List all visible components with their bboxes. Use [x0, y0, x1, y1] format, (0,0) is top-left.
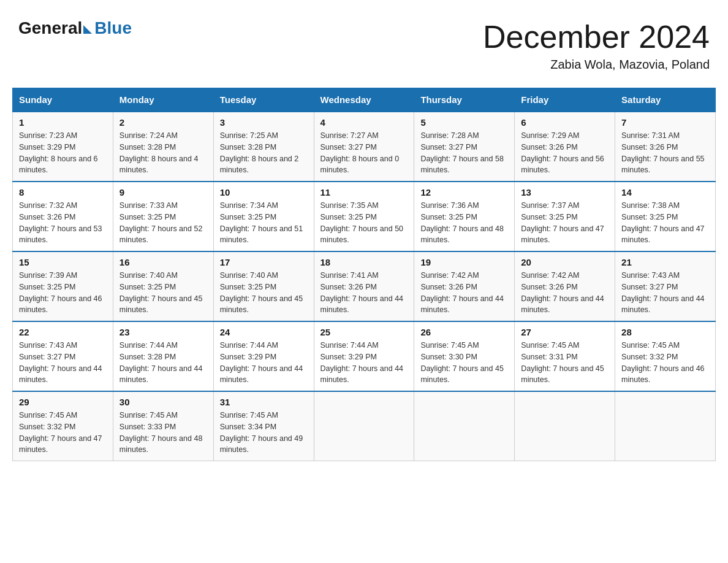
calendar-day-cell: 27 Sunrise: 7:45 AM Sunset: 3:31 PM Dayl…	[515, 321, 615, 391]
calendar-day-cell	[414, 391, 515, 461]
calendar-week-row: 1 Sunrise: 7:23 AM Sunset: 3:29 PM Dayli…	[13, 112, 716, 182]
title-section: December 2024 Zabia Wola, Mazovia, Polan…	[483, 18, 710, 72]
calendar-week-row: 29 Sunrise: 7:45 AM Sunset: 3:32 PM Dayl…	[13, 391, 716, 461]
calendar-day-cell: 24 Sunrise: 7:44 AM Sunset: 3:29 PM Dayl…	[213, 321, 314, 391]
page-header: General Blue December 2024 Zabia Wola, M…	[12, 12, 716, 78]
day-number: 3	[220, 117, 308, 128]
day-number: 2	[119, 117, 207, 128]
logo-arrow-icon	[83, 25, 92, 34]
day-info: Sunrise: 7:28 AM Sunset: 3:27 PM Dayligh…	[420, 130, 508, 176]
day-info: Sunrise: 7:45 AM Sunset: 3:31 PM Dayligh…	[521, 340, 609, 386]
calendar-day-cell: 25 Sunrise: 7:44 AM Sunset: 3:29 PM Dayl…	[314, 321, 414, 391]
day-info: Sunrise: 7:40 AM Sunset: 3:25 PM Dayligh…	[220, 270, 308, 316]
weekday-header: Friday	[515, 88, 615, 112]
day-number: 28	[621, 327, 709, 337]
calendar-week-row: 15 Sunrise: 7:39 AM Sunset: 3:25 PM Dayl…	[13, 251, 716, 321]
day-info: Sunrise: 7:29 AM Sunset: 3:26 PM Dayligh…	[521, 130, 609, 176]
weekday-header-row: SundayMondayTuesdayWednesdayThursdayFrid…	[13, 88, 716, 112]
day-number: 27	[521, 327, 609, 337]
location-text: Zabia Wola, Mazovia, Poland	[483, 58, 710, 72]
calendar-day-cell: 5 Sunrise: 7:28 AM Sunset: 3:27 PM Dayli…	[414, 112, 515, 182]
day-info: Sunrise: 7:40 AM Sunset: 3:25 PM Dayligh…	[119, 270, 207, 316]
day-info: Sunrise: 7:43 AM Sunset: 3:27 PM Dayligh…	[621, 270, 709, 316]
day-info: Sunrise: 7:35 AM Sunset: 3:25 PM Dayligh…	[320, 200, 408, 246]
calendar-day-cell: 28 Sunrise: 7:45 AM Sunset: 3:32 PM Dayl…	[615, 321, 716, 391]
day-number: 26	[420, 327, 508, 337]
day-info: Sunrise: 7:33 AM Sunset: 3:25 PM Dayligh…	[119, 200, 207, 246]
day-info: Sunrise: 7:42 AM Sunset: 3:26 PM Dayligh…	[420, 270, 508, 316]
month-title: December 2024	[483, 18, 710, 55]
calendar-day-cell: 10 Sunrise: 7:34 AM Sunset: 3:25 PM Dayl…	[213, 182, 314, 251]
calendar-day-cell: 2 Sunrise: 7:24 AM Sunset: 3:28 PM Dayli…	[113, 112, 213, 182]
day-info: Sunrise: 7:37 AM Sunset: 3:25 PM Dayligh…	[521, 200, 609, 246]
calendar-day-cell	[615, 391, 716, 461]
day-number: 8	[19, 187, 107, 197]
day-info: Sunrise: 7:45 AM Sunset: 3:32 PM Dayligh…	[19, 410, 107, 456]
day-number: 10	[220, 187, 308, 197]
logo-blue-text: Blue	[94, 18, 132, 38]
calendar-day-cell: 21 Sunrise: 7:43 AM Sunset: 3:27 PM Dayl…	[615, 251, 716, 321]
calendar-day-cell: 1 Sunrise: 7:23 AM Sunset: 3:29 PM Dayli…	[13, 112, 113, 182]
day-number: 7	[621, 117, 709, 128]
weekday-header: Tuesday	[213, 88, 314, 112]
calendar-day-cell: 6 Sunrise: 7:29 AM Sunset: 3:26 PM Dayli…	[515, 112, 615, 182]
weekday-header: Sunday	[13, 88, 113, 112]
day-number: 21	[621, 257, 709, 267]
day-number: 13	[521, 187, 609, 197]
calendar-day-cell	[314, 391, 414, 461]
day-info: Sunrise: 7:45 AM Sunset: 3:34 PM Dayligh…	[220, 410, 308, 456]
calendar-day-cell: 19 Sunrise: 7:42 AM Sunset: 3:26 PM Dayl…	[414, 251, 515, 321]
day-info: Sunrise: 7:36 AM Sunset: 3:25 PM Dayligh…	[420, 200, 508, 246]
calendar-day-cell: 18 Sunrise: 7:41 AM Sunset: 3:26 PM Dayl…	[314, 251, 414, 321]
day-number: 17	[220, 257, 308, 267]
day-info: Sunrise: 7:44 AM Sunset: 3:29 PM Dayligh…	[320, 340, 408, 386]
weekday-header: Monday	[113, 88, 213, 112]
day-number: 23	[119, 327, 207, 337]
day-info: Sunrise: 7:39 AM Sunset: 3:25 PM Dayligh…	[19, 270, 107, 316]
logo: General Blue	[18, 18, 132, 38]
day-info: Sunrise: 7:45 AM Sunset: 3:32 PM Dayligh…	[621, 340, 709, 386]
day-number: 15	[19, 257, 107, 267]
calendar-day-cell: 14 Sunrise: 7:38 AM Sunset: 3:25 PM Dayl…	[615, 182, 716, 251]
calendar-day-cell: 17 Sunrise: 7:40 AM Sunset: 3:25 PM Dayl…	[213, 251, 314, 321]
calendar-day-cell: 30 Sunrise: 7:45 AM Sunset: 3:33 PM Dayl…	[113, 391, 213, 461]
calendar-week-row: 8 Sunrise: 7:32 AM Sunset: 3:26 PM Dayli…	[13, 182, 716, 251]
day-info: Sunrise: 7:23 AM Sunset: 3:29 PM Dayligh…	[19, 130, 107, 176]
calendar-day-cell: 20 Sunrise: 7:42 AM Sunset: 3:26 PM Dayl…	[515, 251, 615, 321]
day-info: Sunrise: 7:38 AM Sunset: 3:25 PM Dayligh…	[621, 200, 709, 246]
day-number: 9	[119, 187, 207, 197]
calendar-day-cell: 15 Sunrise: 7:39 AM Sunset: 3:25 PM Dayl…	[13, 251, 113, 321]
day-info: Sunrise: 7:41 AM Sunset: 3:26 PM Dayligh…	[320, 270, 408, 316]
calendar-week-row: 22 Sunrise: 7:43 AM Sunset: 3:27 PM Dayl…	[13, 321, 716, 391]
calendar-day-cell: 11 Sunrise: 7:35 AM Sunset: 3:25 PM Dayl…	[314, 182, 414, 251]
day-number: 14	[621, 187, 709, 197]
day-number: 19	[420, 257, 508, 267]
day-info: Sunrise: 7:27 AM Sunset: 3:27 PM Dayligh…	[320, 130, 408, 176]
calendar-day-cell: 4 Sunrise: 7:27 AM Sunset: 3:27 PM Dayli…	[314, 112, 414, 182]
day-number: 1	[19, 117, 107, 128]
day-number: 31	[220, 397, 308, 407]
calendar-day-cell: 29 Sunrise: 7:45 AM Sunset: 3:32 PM Dayl…	[13, 391, 113, 461]
weekday-header: Thursday	[414, 88, 515, 112]
logo-general-text: General	[18, 18, 82, 38]
calendar-day-cell: 9 Sunrise: 7:33 AM Sunset: 3:25 PM Dayli…	[113, 182, 213, 251]
weekday-header: Saturday	[615, 88, 716, 112]
calendar-day-cell: 16 Sunrise: 7:40 AM Sunset: 3:25 PM Dayl…	[113, 251, 213, 321]
day-number: 20	[521, 257, 609, 267]
calendar-day-cell: 7 Sunrise: 7:31 AM Sunset: 3:26 PM Dayli…	[615, 112, 716, 182]
day-number: 18	[320, 257, 408, 267]
day-info: Sunrise: 7:25 AM Sunset: 3:28 PM Dayligh…	[220, 130, 308, 176]
day-number: 16	[119, 257, 207, 267]
calendar-day-cell: 22 Sunrise: 7:43 AM Sunset: 3:27 PM Dayl…	[13, 321, 113, 391]
day-info: Sunrise: 7:24 AM Sunset: 3:28 PM Dayligh…	[119, 130, 207, 176]
day-info: Sunrise: 7:42 AM Sunset: 3:26 PM Dayligh…	[521, 270, 609, 316]
day-number: 6	[521, 117, 609, 128]
weekday-header: Wednesday	[314, 88, 414, 112]
day-info: Sunrise: 7:31 AM Sunset: 3:26 PM Dayligh…	[621, 130, 709, 176]
day-info: Sunrise: 7:32 AM Sunset: 3:26 PM Dayligh…	[19, 200, 107, 246]
day-info: Sunrise: 7:43 AM Sunset: 3:27 PM Dayligh…	[19, 340, 107, 386]
calendar-day-cell	[515, 391, 615, 461]
calendar-day-cell: 12 Sunrise: 7:36 AM Sunset: 3:25 PM Dayl…	[414, 182, 515, 251]
day-number: 4	[320, 117, 408, 128]
day-info: Sunrise: 7:34 AM Sunset: 3:25 PM Dayligh…	[220, 200, 308, 246]
